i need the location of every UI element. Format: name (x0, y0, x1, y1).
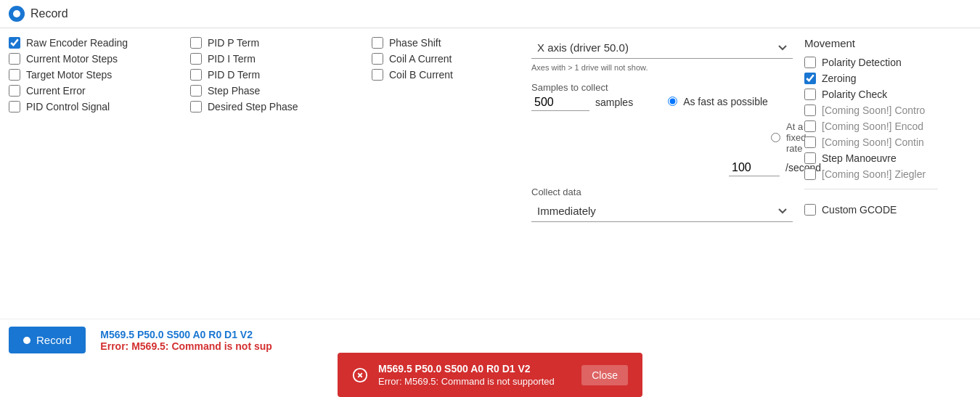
movement-item-step-manoeuvre[interactable]: Step Manoeuvre (804, 152, 938, 164)
header-bar: Record (0, 0, 980, 28)
checkbox-item-raw-encoder[interactable]: Raw Encoder Reading (9, 37, 179, 49)
checkbox-label-pid-i-term: PID I Term (208, 53, 256, 65)
checkbox-col-3: Phase ShiftCoil A CurrentCoil B Current (372, 37, 517, 222)
movement-checkbox-coming-soon-encod[interactable] (804, 120, 816, 132)
movement-label-polarity-detection: Polarity Detection (822, 57, 902, 68)
checkbox-item-target-motor-steps[interactable]: Target Motor Steps (9, 69, 179, 81)
axis-select[interactable]: X axis (driver 50.0)Y axisZ axis (531, 37, 793, 59)
checkbox-coil-a-current[interactable] (372, 53, 383, 65)
rate-input[interactable] (729, 160, 780, 176)
movement-label-coming-soon-encod: [Coming Soon!] Encod (822, 120, 923, 132)
movement-checkbox-step-manoeuvre[interactable] (804, 152, 816, 164)
movement-label-coming-soon-ziegler: [Coming Soon!] Ziegler (822, 168, 926, 180)
movement-item-zeroing[interactable]: Zeroing (804, 73, 938, 84)
checkbox-item-desired-step-phase[interactable]: Desired Step Phase (190, 101, 360, 112)
movement-label-coming-soon-control: [Coming Soon!] Contro (822, 105, 925, 116)
toast-notification: M569.5 P50.0 S500 A0 R0 D1 V2 Error: M56… (338, 353, 642, 397)
toast-close-button[interactable]: Close (581, 365, 628, 385)
checkbox-step-phase[interactable] (190, 85, 202, 97)
checkbox-label-coil-b-current: Coil B Current (389, 69, 453, 81)
checkbox-label-coil-a-current: Coil A Current (389, 53, 452, 65)
checkbox-item-coil-a-current[interactable]: Coil A Current (372, 53, 505, 65)
checkbox-pid-d-term[interactable] (190, 69, 202, 81)
custom-gcode-item[interactable]: Custom GCODE (804, 204, 938, 216)
movement-checkbox-coming-soon-control[interactable] (804, 105, 816, 116)
toast-message: Error: M569.5: Command is not supported (378, 376, 571, 387)
checkbox-label-pid-p-term: PID P Term (208, 37, 259, 49)
checkbox-coil-b-current[interactable] (372, 69, 383, 81)
movement-divider (804, 189, 938, 189)
checkbox-item-pid-p-term[interactable]: PID P Term (190, 37, 360, 49)
samples-input[interactable] (531, 94, 589, 111)
radio-fast-label: As fast as possible (683, 96, 768, 107)
checkbox-target-motor-steps[interactable] (9, 69, 20, 81)
movement-checkbox-zeroing[interactable] (804, 73, 816, 84)
error-text: Error: M569.5: Command is not sup (100, 340, 271, 352)
checkbox-desired-step-phase[interactable] (190, 101, 202, 112)
header-title: Record (30, 7, 68, 20)
checkbox-label-desired-step-phase: Desired Step Phase (208, 101, 298, 112)
movement-item-coming-soon-contin[interactable]: [Coming Soon!] Contin (804, 136, 938, 148)
movement-checkbox-coming-soon-contin[interactable] (804, 136, 816, 148)
checkbox-raw-encoder[interactable] (9, 37, 20, 49)
movement-checkbox-polarity-detection[interactable] (804, 57, 816, 68)
axis-hint: Axes with > 1 drive will not show. (531, 63, 793, 72)
checkbox-item-coil-b-current[interactable]: Coil B Current (372, 69, 505, 81)
radio-rate[interactable] (771, 133, 780, 142)
movement-label-zeroing: Zeroing (822, 73, 856, 84)
record-button[interactable]: Record (9, 327, 86, 353)
checkbox-label-phase-shift: Phase Shift (389, 37, 441, 49)
checkbox-current-motor-steps[interactable] (9, 53, 20, 65)
movement-checkbox-polarity-check[interactable] (804, 89, 816, 100)
movement-checkbox-coming-soon-ziegler[interactable] (804, 168, 816, 180)
command-error-block: M569.5 P50.0 S500 A0 R0 D1 V2 Error: M56… (100, 329, 271, 352)
samples-section: Samples to collect samples As fast as po… (531, 82, 793, 176)
checkbox-item-pid-control-signal[interactable]: PID Control Signal (9, 101, 179, 112)
checkbox-item-step-phase[interactable]: Step Phase (190, 85, 360, 97)
custom-gcode-label: Custom GCODE (822, 204, 897, 216)
checkbox-label-pid-d-term: PID D Term (208, 69, 260, 81)
checkbox-current-error[interactable] (9, 85, 20, 97)
checkbox-item-phase-shift[interactable]: Phase Shift (372, 37, 505, 49)
toast-content: M569.5 P50.0 S500 A0 R0 D1 V2 Error: M56… (378, 363, 571, 387)
checkbox-item-pid-d-term[interactable]: PID D Term (190, 69, 360, 81)
fixed-rate-row: At a fixed rate (531, 121, 793, 154)
movement-item-coming-soon-encod[interactable]: [Coming Soon!] Encod (804, 120, 938, 132)
movement-panel: Movement Polarity DetectionZeroingPolari… (793, 37, 938, 222)
checkbox-item-pid-i-term[interactable]: PID I Term (190, 53, 360, 65)
checkbox-item-current-error[interactable]: Current Error (9, 85, 179, 97)
command-text: M569.5 P50.0 S500 A0 R0 D1 V2 (100, 329, 271, 340)
collect-select[interactable]: ImmediatelyOn trigger (531, 200, 793, 222)
toast-error-icon (352, 367, 368, 383)
checkbox-label-current-error: Current Error (26, 85, 86, 97)
checkbox-pid-i-term[interactable] (190, 53, 202, 65)
checkbox-col-1: Raw Encoder ReadingCurrent Motor StepsTa… (9, 37, 190, 222)
samples-unit: samples (595, 97, 633, 108)
record-icon (9, 6, 25, 22)
movement-title: Movement (804, 37, 938, 49)
custom-gcode-checkbox[interactable] (804, 204, 816, 216)
checkbox-label-pid-control-signal: PID Control Signal (26, 101, 110, 112)
checkbox-pid-control-signal[interactable] (9, 101, 20, 112)
record-btn-dot (23, 337, 30, 344)
checkbox-label-step-phase: Step Phase (208, 85, 260, 97)
checkbox-pid-p-term[interactable] (190, 37, 202, 49)
axis-select-container: X axis (driver 50.0)Y axisZ axis (531, 37, 793, 59)
movement-item-coming-soon-control[interactable]: [Coming Soon!] Contro (804, 105, 938, 116)
samples-label: Samples to collect (531, 82, 793, 93)
radio-fast[interactable] (668, 97, 677, 106)
movement-label-polarity-check: Polarity Check (822, 89, 887, 100)
samples-row: samples As fast as possible (531, 94, 793, 111)
checkbox-item-current-motor-steps[interactable]: Current Motor Steps (9, 53, 179, 65)
checkbox-label-target-motor-steps: Target Motor Steps (26, 69, 112, 81)
collect-label: Collect data (531, 187, 793, 197)
checkbox-phase-shift[interactable] (372, 37, 383, 49)
checkbox-col-2: PID P TermPID I TermPID D TermStep Phase… (190, 37, 372, 222)
checkbox-label-raw-encoder: Raw Encoder Reading (26, 37, 128, 49)
movement-item-polarity-detection[interactable]: Polarity Detection (804, 57, 938, 68)
movement-item-coming-soon-ziegler[interactable]: [Coming Soon!] Ziegler (804, 168, 938, 180)
movement-label-step-manoeuvre: Step Manoeuvre (822, 152, 897, 164)
movement-label-coming-soon-contin: [Coming Soon!] Contin (822, 136, 924, 148)
movement-item-polarity-check[interactable]: Polarity Check (804, 89, 938, 100)
collect-container: Collect data ImmediatelyOn trigger (531, 187, 793, 222)
